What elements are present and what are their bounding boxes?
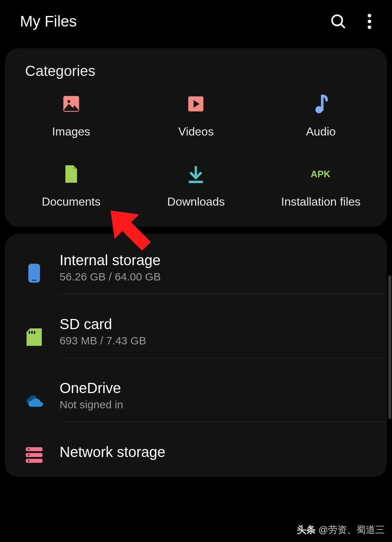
storage-text: OneDrive Not signed in <box>60 380 387 422</box>
storage-network[interactable]: Network storage <box>5 433 387 477</box>
storage-title: SD card <box>60 316 387 332</box>
storage-subtitle: Not signed in <box>60 399 387 411</box>
category-installation-files[interactable]: APK Installation files <box>258 164 383 209</box>
scrollbar[interactable] <box>388 275 391 419</box>
app-title: My Files <box>20 13 77 30</box>
more-vertical-icon <box>367 13 372 30</box>
svg-point-4 <box>368 25 371 29</box>
network-storage-icon <box>25 446 43 464</box>
apk-icon: APK <box>311 164 331 184</box>
svg-point-6 <box>67 100 70 103</box>
storage-text: Network storage <box>60 444 387 466</box>
downloads-icon <box>186 164 206 184</box>
watermark-brand: 头条 <box>297 523 316 536</box>
category-label: Audio <box>306 125 336 138</box>
svg-rect-15 <box>29 331 30 334</box>
storage-subtitle: 693 MB / 7.43 GB <box>60 335 387 347</box>
images-icon <box>61 94 81 114</box>
svg-line-1 <box>341 24 345 28</box>
watermark-handle: @劳资、蜀道三 <box>319 523 385 536</box>
category-videos[interactable]: Videos <box>134 94 259 138</box>
category-images[interactable]: Images <box>9 94 134 138</box>
storage-sdcard[interactable]: SD card 693 MB / 7.43 GB <box>5 305 387 369</box>
storage-title: Internal storage <box>60 252 387 268</box>
storage-internal[interactable]: Internal storage 56.26 GB / 64.00 GB <box>5 241 387 305</box>
categories-grid: Images Videos Audio <box>5 94 387 209</box>
svg-point-23 <box>28 460 29 461</box>
videos-icon <box>186 94 206 114</box>
storage-title: Network storage <box>60 444 387 460</box>
category-label: Videos <box>178 125 214 138</box>
sd-card-icon <box>25 328 43 346</box>
svg-point-2 <box>368 14 371 17</box>
category-label: Downloads <box>167 195 225 209</box>
categories-card: Categories Images Videos <box>5 48 387 227</box>
category-label: Documents <box>42 195 101 209</box>
audio-icon <box>311 94 331 114</box>
storage-title: OneDrive <box>60 380 387 396</box>
svg-text:APK: APK <box>311 169 331 179</box>
category-audio[interactable]: Audio <box>258 94 383 138</box>
phone-storage-icon <box>25 264 43 282</box>
search-button[interactable] <box>330 13 347 30</box>
documents-icon <box>61 164 81 184</box>
category-documents[interactable]: Documents <box>9 164 134 209</box>
svg-point-0 <box>332 15 342 25</box>
storage-text: Internal storage 56.26 GB / 64.00 GB <box>60 252 387 294</box>
more-options-button[interactable] <box>367 13 372 30</box>
categories-title: Categories <box>5 63 387 94</box>
header-actions <box>330 13 372 30</box>
svg-rect-17 <box>34 331 35 334</box>
category-label: Images <box>52 125 90 138</box>
svg-point-21 <box>28 454 29 456</box>
app-header: My Files <box>0 0 392 41</box>
svg-rect-14 <box>32 280 36 281</box>
storage-card: Internal storage 56.26 GB / 64.00 GB SD … <box>5 234 387 477</box>
svg-point-19 <box>28 448 29 450</box>
category-label: Installation files <box>281 195 361 209</box>
storage-onedrive[interactable]: OneDrive Not signed in <box>5 369 387 433</box>
svg-rect-16 <box>31 331 33 334</box>
svg-point-3 <box>368 20 371 23</box>
svg-point-9 <box>315 106 323 113</box>
watermark: 头条 @劳资、蜀道三 <box>297 523 385 536</box>
onedrive-icon <box>25 392 43 410</box>
search-icon <box>330 13 347 30</box>
storage-subtitle: 56.26 GB / 64.00 GB <box>60 271 387 283</box>
category-downloads[interactable]: Downloads <box>134 164 259 209</box>
storage-text: SD card 693 MB / 7.43 GB <box>60 316 387 358</box>
